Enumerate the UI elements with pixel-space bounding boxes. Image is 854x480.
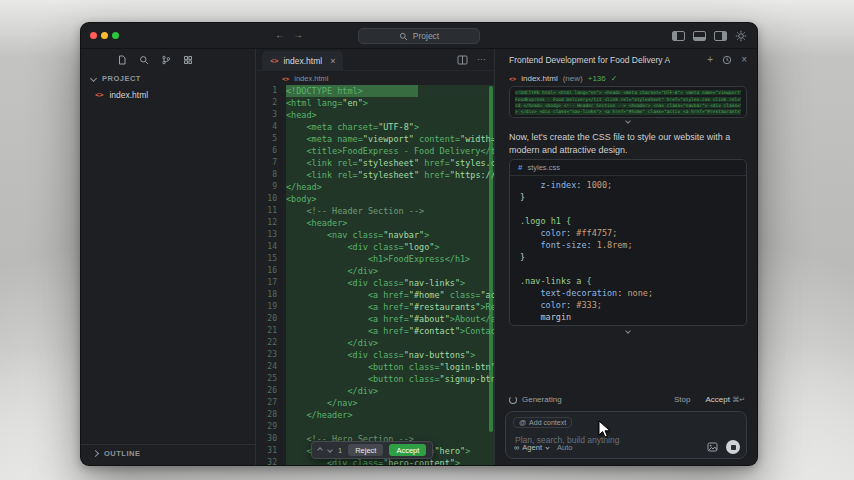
search-icon <box>399 32 408 41</box>
agent-label: Agent <box>522 443 542 452</box>
accept-all-button[interactable]: Accept ⌘↵ <box>705 395 745 404</box>
chat-composer[interactable]: @ Add context Plan, search, build anythi… <box>505 411 747 459</box>
html-file-icon: <> <box>282 75 289 82</box>
chat-history-icon[interactable] <box>722 55 732 65</box>
model-selector[interactable]: Auto <box>557 443 572 452</box>
tab-index-html[interactable]: <> index.html × <box>262 51 343 71</box>
settings-gear-icon[interactable] <box>735 30 747 42</box>
new-chat-icon[interactable]: + <box>707 54 713 66</box>
desktop-background: ← → Project <box>0 0 854 480</box>
history-forward-icon[interactable]: → <box>293 29 303 41</box>
chat-title: Frontend Development for Food Delivery A <box>509 55 670 65</box>
outline-section-header[interactable]: OUTLINE <box>81 444 255 459</box>
close-panel-icon[interactable]: × <box>741 54 747 66</box>
chat-code-line: .logo h1 { <box>520 215 736 227</box>
code-line: 10<body> <box>256 193 494 205</box>
breadcrumb[interactable]: <> index.html <box>256 71 494 85</box>
code-line: 28 </header> <box>256 409 494 421</box>
stop-button[interactable]: Stop <box>674 395 690 404</box>
code-line: 1<!DOCTYPE html> <box>256 85 494 97</box>
accept-shortcut-label: ⌘↵ <box>732 396 745 403</box>
expand-preview-control <box>509 119 747 123</box>
diff-preview-line: <!DOCTYPE html> <html lang="en"> <head> … <box>515 90 741 95</box>
chat-code-line: text-decoration: none; <box>520 287 736 299</box>
next-change-icon[interactable] <box>327 447 333 453</box>
html-file-icon: <> <box>95 91 103 99</box>
generating-label: Generating <box>522 395 562 404</box>
sidebar-item-index-html[interactable]: <> index.html <box>81 87 255 103</box>
code-line: 2<html lang="en"> <box>256 97 494 109</box>
code-line: 27 </nav> <box>256 397 494 409</box>
chevron-right-icon <box>92 450 99 457</box>
project-title-label: Project <box>413 31 439 41</box>
toggle-bottom-panel-icon[interactable] <box>693 31 706 41</box>
code-line: 23 <div class="nav-buttons"> <box>256 349 494 361</box>
titlebar: ← → Project <box>81 23 757 49</box>
scrollbar-overview-ruler[interactable] <box>489 86 493 432</box>
code-line: 18 <a href="#home" class="activ <box>256 289 494 301</box>
diff-review-bar: 1 Reject Accept <box>311 441 433 459</box>
code-line: 19 <a href="#restaurants">Resta <box>256 301 494 313</box>
zoom-window-button[interactable] <box>112 32 119 39</box>
toggle-secondary-sidebar-icon[interactable] <box>714 31 727 41</box>
project-search-bar[interactable]: Project <box>358 28 480 44</box>
files-icon[interactable] <box>117 55 127 65</box>
prev-change-icon[interactable] <box>317 447 323 453</box>
editor-actions: ··· <box>457 53 486 66</box>
editor-area: <> index.html × ··· <> index.html 1<!DOC… <box>256 49 495 465</box>
accept-button[interactable]: Accept <box>389 444 426 456</box>
add-context-button[interactable]: @ Add context <box>513 417 572 428</box>
code-line: 24 <button class="login-btn">Lo <box>256 361 494 373</box>
generation-status-row: Generating Stop Accept ⌘↵ <box>509 395 745 404</box>
chat-header: Frontend Development for Food Delivery A… <box>495 49 757 71</box>
breadcrumb-label: index.html <box>294 74 328 83</box>
project-section-label: PROJECT <box>102 74 141 83</box>
diff-preview-line: cd </head> <body> <!-- Header Section --… <box>515 103 741 108</box>
code-line: 14 <div class="logo"> <box>256 241 494 253</box>
chat-code-line <box>520 203 736 215</box>
chevron-down-icon <box>90 75 97 82</box>
attach-image-icon[interactable] <box>707 442 718 452</box>
chat-code-line: } <box>520 191 736 203</box>
editor-more-actions-icon[interactable]: ··· <box>477 53 486 66</box>
code-line: 9</head> <box>256 181 494 193</box>
code-line: 16 </div> <box>256 265 494 277</box>
expand-code-control <box>509 329 747 333</box>
code-block-header[interactable]: # styles.css <box>510 160 746 176</box>
stop-generation-button[interactable] <box>726 440 740 454</box>
sidebar-toolbar <box>81 49 255 71</box>
titlebar-actions <box>672 30 747 42</box>
editor-code-lines: 1<!DOCTYPE html>2<html lang="en">3<head>… <box>256 85 494 465</box>
editor-code-area[interactable]: 1<!DOCTYPE html>2<html lang="en">3<head>… <box>256 85 494 465</box>
split-editor-icon[interactable] <box>457 55 468 65</box>
close-tab-icon[interactable]: × <box>330 56 335 66</box>
chevron-down-icon[interactable] <box>625 328 631 334</box>
assistant-message: Now, let's create the CSS file to style … <box>509 131 741 156</box>
toggle-primary-sidebar-icon[interactable] <box>672 31 685 41</box>
agent-mode-selector[interactable]: ∞ Agent <box>514 443 549 452</box>
code-line: 4 <meta charset="UTF-8"> <box>256 121 494 133</box>
reject-button[interactable]: Reject <box>348 444 383 456</box>
history-back-icon[interactable]: ← <box>275 29 285 41</box>
code-line: 17 <div class="nav-links"> <box>256 277 494 289</box>
explorer-sidebar: PROJECT <> index.html OUTLINE <box>81 49 256 465</box>
diff-preview-block[interactable]: <!DOCTYPE html> <html lang="en"> <head> … <box>509 86 747 118</box>
cursor-app-window: ← → Project <box>80 22 758 466</box>
chat-code-block: # styles.css z-index: 1000;}.logo h1 { c… <box>509 159 747 326</box>
html-file-icon: <> <box>509 75 516 82</box>
generated-file-chip[interactable]: <> index.html (new) +136 ✓ <box>509 74 617 83</box>
chat-code-line: color: #ff4757; <box>520 227 736 239</box>
extensions-icon[interactable] <box>183 55 193 65</box>
chat-code-lines: z-index: 1000;}.logo h1 { color: #ff4757… <box>510 176 746 326</box>
add-context-label: Add context <box>529 419 566 426</box>
chat-code-line: font-size: 1.8rem; <box>520 239 736 251</box>
source-control-icon[interactable] <box>161 55 171 65</box>
chevron-down-icon[interactable] <box>625 118 631 124</box>
code-line: 3<head> <box>256 109 494 121</box>
code-line: 6 <title>FoodExpress - Food Delivery</ti… <box>256 145 494 157</box>
minimize-window-button[interactable] <box>101 32 108 39</box>
close-window-button[interactable] <box>90 32 97 39</box>
project-section-header[interactable]: PROJECT <box>91 74 141 83</box>
search-icon[interactable] <box>139 55 149 65</box>
code-line: 12 <header> <box>256 217 494 229</box>
